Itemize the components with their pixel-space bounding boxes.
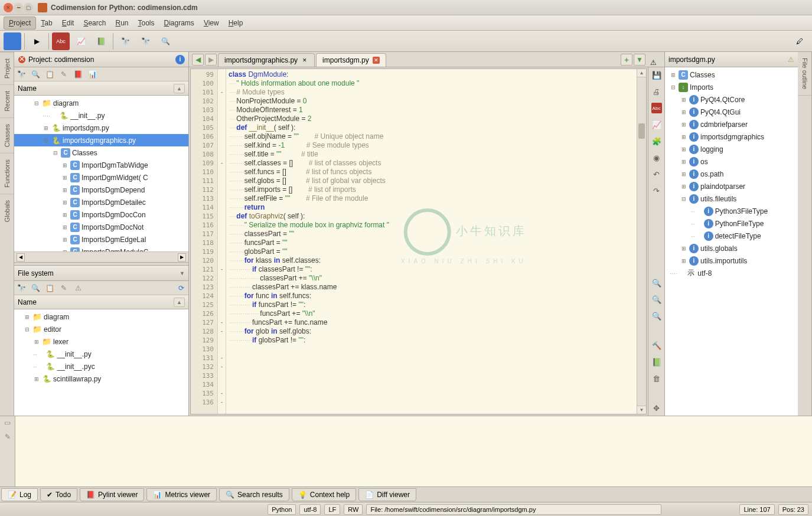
tree-item[interactable]: ····__init__.py	[14, 109, 188, 122]
sidetab-globals[interactable]: Globals	[0, 194, 14, 228]
outline-item[interactable]: ⊞os	[665, 155, 798, 168]
sidetab-classes[interactable]: Classes	[0, 117, 14, 153]
edit-icon[interactable]: ✎	[59, 283, 69, 293]
outline-item[interactable]: ··PythonFileType	[665, 217, 798, 230]
vertical-scrollbar[interactable]: ▲ ▼	[637, 69, 646, 414]
move-icon[interactable]: ✥	[651, 403, 662, 413]
hammer-icon[interactable]: 🔨	[651, 340, 662, 351]
tree-item[interactable]: ⊞diagram	[14, 311, 188, 323]
save-icon[interactable]: 💾	[651, 70, 662, 80]
print-icon[interactable]: 🖨	[651, 86, 662, 97]
bottom-tab-todo[interactable]: ✔Todo	[40, 488, 77, 501]
outline-item[interactable]: ··Python3FileType	[665, 205, 798, 217]
scroll-down-button[interactable]: ▼	[637, 406, 646, 414]
tree-item[interactable]: ⊞ImportDgmWidget( C	[14, 171, 188, 184]
outline-item[interactable]: ····utf-8	[665, 267, 798, 279]
outline-item[interactable]: ⊟utils.fileutils	[665, 192, 798, 205]
sidetab-recent[interactable]: Recent	[0, 84, 14, 117]
chart-icon[interactable]: 📈	[651, 119, 662, 130]
scroll-thumb[interactable]	[638, 123, 645, 139]
tab-history-forward-button[interactable]: ▶	[205, 54, 217, 66]
book-icon[interactable]: 📗	[651, 357, 662, 367]
tab-menu-button[interactable]: ▼	[634, 54, 645, 66]
bottom-tab-diff-viewer[interactable]: 📄Diff viewer	[358, 488, 416, 501]
tool-wrench-icon[interactable]: 🖊	[791, 32, 808, 50]
outline-item[interactable]: ⊞PyQt4.QtGui	[665, 106, 798, 118]
book-icon[interactable]: 📕	[73, 70, 83, 79]
sidetab-functions[interactable]: Functions	[0, 153, 14, 194]
redo-icon[interactable]: ↷	[651, 185, 662, 196]
outline-item[interactable]: ⊞PyQt4.QtCore	[665, 93, 798, 106]
info-icon[interactable]: i	[175, 55, 185, 64]
project-column-header[interactable]: Name ▲	[14, 81, 188, 96]
outline-item[interactable]: ··detectFileType	[665, 230, 798, 242]
scroll-right-button[interactable]: ▶	[178, 253, 186, 262]
chart-icon[interactable]: 📊	[87, 70, 97, 79]
outline-item[interactable]: ⊞plaindotparser	[665, 180, 798, 192]
find-project-button[interactable]: 🔭	[136, 32, 154, 50]
tool-chart-icon[interactable]: 📈	[72, 32, 90, 50]
menu-project[interactable]: Project	[4, 17, 36, 30]
outline-item[interactable]: ⊞cdmbriefparser	[665, 118, 798, 130]
outline-item[interactable]: ⊞importsdgmgraphics	[665, 130, 798, 143]
outline-item[interactable]: ⊞utils.importutils	[665, 254, 798, 267]
outline-item[interactable]: ⊞os.path	[665, 168, 798, 180]
dropdown-icon[interactable]: ▼	[180, 270, 185, 276]
menu-diagrams[interactable]: Diagrams	[159, 17, 199, 29]
fold-column[interactable]: ---------	[218, 69, 226, 414]
file-tab[interactable]: importsdgmgraphics.py✕	[218, 53, 315, 67]
close-tab-button[interactable]: ✕	[373, 57, 380, 64]
tree-item[interactable]: ⊞importsdgm.py	[14, 122, 188, 134]
copy-icon[interactable]: 📋	[45, 70, 54, 79]
menu-view[interactable]: View	[199, 17, 224, 29]
bottom-tab-log[interactable]: 📝Log	[1, 488, 38, 501]
tree-item[interactable]: ⊞scintillawrap.py	[14, 373, 188, 385]
diagram-icon[interactable]: 🧩	[651, 136, 662, 146]
tool-abc-icon[interactable]: Abc	[52, 32, 70, 50]
outline-tree[interactable]: ⊞Classes⊟Imports⊞PyQt4.QtCore⊞PyQt4.QtGu…	[665, 67, 798, 416]
warn-icon[interactable]: ⚠	[73, 283, 83, 293]
fs-tree[interactable]: ⊞diagram⊟editor⊞lexer··__init__.py··__in…	[14, 309, 188, 416]
tree-item[interactable]: ⊟importsdgmgraphics.py	[14, 134, 188, 146]
bottom-tab-pylint-viewer[interactable]: 📕Pylint viewer	[80, 488, 144, 501]
scroll-up-button[interactable]: ▲	[637, 69, 646, 77]
copy-icon[interactable]: 📋	[45, 283, 54, 293]
window-close-button[interactable]: ✕	[4, 3, 13, 12]
tree-item[interactable]: ⊞ImportDgmTabWidge	[14, 159, 188, 171]
outline-item[interactable]: ⊟Imports	[665, 81, 798, 93]
tree-item[interactable]: ⊞ImportsDgmDocCon	[14, 208, 188, 221]
hscrollbar[interactable]: ◀ ▶	[14, 252, 188, 262]
menu-tools[interactable]: Tools	[133, 17, 159, 29]
menu-search[interactable]: Search	[79, 17, 110, 29]
undo-icon[interactable]: ↶	[651, 169, 662, 179]
code-editor[interactable]: 99 100 101 102 103 104 105 106 107 108 1…	[190, 68, 647, 414]
tool-book-icon[interactable]: 📗	[92, 32, 110, 50]
file-tab[interactable]: importsdgm.py✕	[316, 53, 386, 67]
tree-item[interactable]: ⊟editor	[14, 323, 188, 335]
fs-column-header[interactable]: Name ▲	[14, 295, 188, 309]
bottom-tab-search-results[interactable]: 🔍Search results	[219, 488, 289, 501]
menu-edit[interactable]: Edit	[57, 17, 79, 29]
log-edit-icon[interactable]: ✎	[5, 433, 11, 441]
bottom-tab-metrics-viewer[interactable]: 📊Metrics viewer	[146, 488, 217, 501]
sort-asc-icon[interactable]: ▲	[174, 298, 185, 307]
window-maximize-button[interactable]: ▢	[24, 3, 33, 12]
tree-item[interactable]: ⊞ImportsDgmModuleC	[14, 246, 188, 252]
abc-icon[interactable]: Abc	[651, 103, 662, 113]
edit-icon[interactable]: ✎	[59, 70, 69, 79]
zoom-in-icon[interactable]: 🔍	[651, 277, 662, 288]
window-minimize-button[interactable]: ━	[14, 3, 23, 12]
refresh-icon[interactable]: ⟳	[177, 283, 186, 293]
new-tab-button[interactable]: ＋	[621, 54, 632, 66]
binoculars-icon[interactable]: 🔭	[17, 283, 26, 293]
bottom-tab-context-help[interactable]: 💡Context help	[292, 488, 356, 501]
code-area[interactable]: 小牛知识库XIAO NIU ZHI SHI KU class DgmModule…	[226, 69, 637, 414]
menu-help[interactable]: Help	[224, 17, 248, 29]
find-file-icon[interactable]: 🔍	[31, 283, 40, 293]
tree-item[interactable]: ⊞ImportsDgmDocNot	[14, 221, 188, 233]
tree-item[interactable]: ⊟diagram	[14, 97, 188, 109]
log-clear-icon[interactable]: ▭	[4, 419, 11, 427]
menu-run[interactable]: Run	[110, 17, 133, 29]
search-button[interactable]: 🔍	[156, 32, 174, 50]
tree-item[interactable]: ⊟Classes	[14, 146, 188, 159]
